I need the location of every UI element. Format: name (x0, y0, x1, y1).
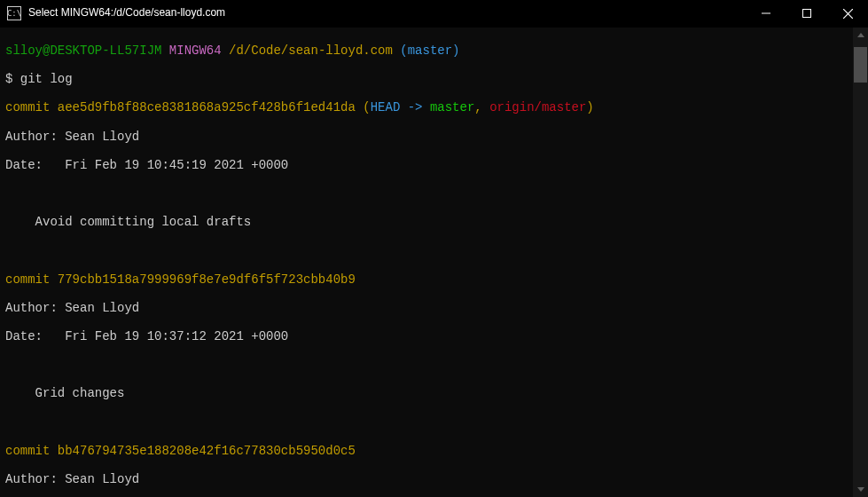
maximize-button[interactable] (786, 0, 827, 27)
blank-line (5, 186, 863, 201)
minimize-button[interactable] (746, 0, 786, 27)
commit-author-line: Author: Sean Lloyd (5, 130, 863, 144)
prompt-env: MINGW64 (169, 43, 222, 58)
commit-hash-line: commit 779cbb1518a7999969f8e7e9df6f5f723… (5, 272, 863, 287)
commit-hash-line: commit aee5d9fb8f88ce8381868a925cf428b6f… (5, 100, 863, 114)
svg-marker-4 (857, 33, 864, 37)
commit-hash-line: commit bb476794735e188208e42f16c77830cb5… (5, 444, 863, 458)
window-titlebar: C:\ Select MINGW64:/d/Code/sean-lloyd.co… (0, 0, 868, 28)
prompt-branch: (master) (400, 43, 459, 58)
svg-rect-1 (803, 10, 811, 18)
commit-date-line: Date: Fri Feb 19 10:37:12 2021 +0000 (5, 329, 863, 343)
commit-msg-line: Grid changes (5, 386, 863, 400)
scrollbar-vertical[interactable] (853, 28, 868, 497)
svg-marker-5 (857, 487, 864, 492)
close-button[interactable] (827, 0, 868, 27)
prompt-user-host: slloy@DESKTOP-LL57IJM (5, 43, 161, 58)
scrollbar-thumb[interactable] (854, 47, 867, 83)
scrollbar-down-arrow-icon[interactable] (853, 482, 868, 497)
window-title: Select MINGW64:/d/Code/sean-lloyd.com (27, 7, 746, 20)
terminal-app-icon: C:\ (7, 6, 21, 20)
blank-line (5, 415, 863, 430)
command-line: $ git log (5, 72, 863, 86)
commit-author-line: Author: Sean Lloyd (5, 472, 863, 486)
blank-line (5, 358, 863, 372)
commit-author-line: Author: Sean Lloyd (5, 301, 863, 315)
prompt-line: slloy@DESKTOP-LL57IJM MINGW64 /d/Code/se… (5, 43, 863, 58)
scrollbar-up-arrow-icon[interactable] (853, 28, 868, 43)
commit-date-line: Date: Fri Feb 19 10:45:19 2021 +0000 (5, 158, 863, 172)
commit-msg-line: Avoid committing local drafts (5, 215, 863, 229)
prompt-cwd: /d/Code/sean-lloyd.com (229, 43, 393, 58)
terminal-viewport[interactable]: slloy@DESKTOP-LL57IJM MINGW64 /d/Code/se… (0, 28, 868, 497)
window-controls (746, 0, 868, 27)
blank-line (5, 243, 863, 257)
